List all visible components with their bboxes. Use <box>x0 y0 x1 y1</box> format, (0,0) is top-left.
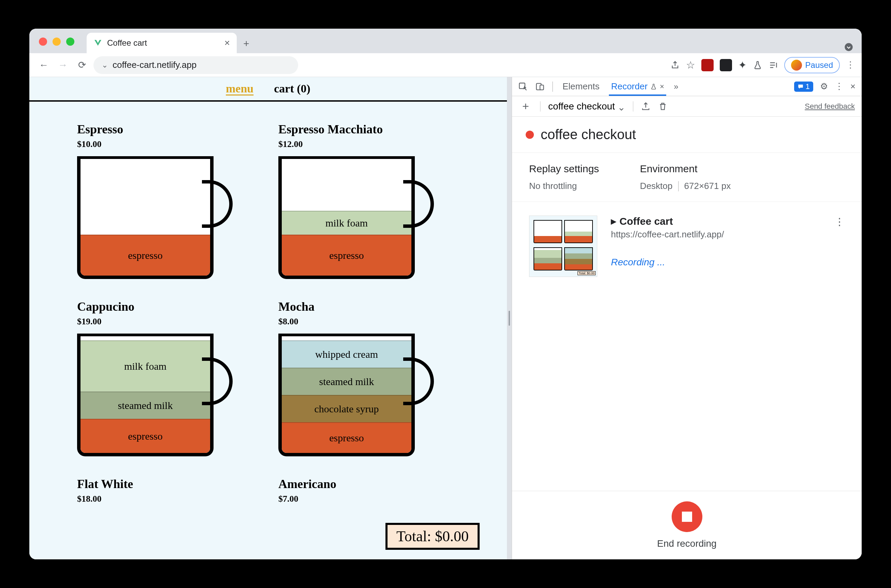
cup-layer: espresso <box>81 419 210 453</box>
product-name: Americano <box>278 477 459 491</box>
extension-icon[interactable] <box>701 59 714 71</box>
product-name: Mocha <box>278 300 459 314</box>
cup-illustration: milk foamsteamed milkespresso <box>77 334 234 463</box>
minimize-window-button[interactable] <box>52 38 61 46</box>
browser-tab[interactable]: Coffee cart × <box>87 33 237 53</box>
recording-title: coffee checkout <box>541 127 636 142</box>
expand-triangle-icon[interactable]: ▶ <box>611 217 616 225</box>
issues-chip[interactable]: 1 <box>794 81 813 92</box>
recording-settings: Replay settings No throttling Environmen… <box>512 153 862 202</box>
environment-settings: Environment Desktop 672×671 px <box>640 163 730 191</box>
more-tabs-icon[interactable]: » <box>674 82 678 92</box>
forward-button[interactable]: → <box>55 58 70 73</box>
extension-icon[interactable] <box>720 59 732 71</box>
product-name: Flat White <box>77 477 258 491</box>
product-price: $8.00 <box>278 316 459 327</box>
nav-cart-link[interactable]: cart (0) <box>274 82 310 95</box>
product-price: $19.00 <box>77 316 258 327</box>
reading-list-icon[interactable] <box>768 60 778 70</box>
end-recording-label: End recording <box>657 538 716 549</box>
tab-title: Coffee cart <box>107 38 220 48</box>
site-info-icon[interactable]: ⌄ <box>102 61 108 70</box>
device-toggle-icon[interactable] <box>535 82 545 92</box>
webpage: menu cart (0) Espresso$10.00espressoEspr… <box>29 77 507 560</box>
product-name: Espresso Macchiato <box>278 122 459 136</box>
product-card[interactable]: Mocha$8.00whipped creamsteamed milkchoco… <box>278 300 459 463</box>
back-button[interactable]: ← <box>36 58 51 73</box>
profile-paused-chip[interactable]: Paused <box>784 57 840 74</box>
total-badge[interactable]: Total: $0.00 <box>386 523 480 550</box>
address-bar[interactable]: ⌄ coffee-cart.netlify.app <box>93 56 298 74</box>
product-card[interactable]: Cappucino$19.00milk foamsteamed milkespr… <box>77 300 258 463</box>
close-tab-icon[interactable]: × <box>225 38 230 48</box>
devtools-splitter[interactable] <box>507 77 512 560</box>
divider <box>552 81 553 92</box>
cup-illustration: whipped creamsteamed milkchocolate syrup… <box>278 334 435 463</box>
chevron-down-icon[interactable] <box>844 42 854 52</box>
new-recording-button[interactable]: + <box>519 100 532 113</box>
tab-recorder-label: Recorder <box>611 81 648 92</box>
settings-gear-icon[interactable]: ⚙ <box>820 81 828 92</box>
tab-elements[interactable]: Elements <box>561 77 602 96</box>
recording-status: Recording ... <box>611 257 821 268</box>
page-nav: menu cart (0) <box>29 77 507 102</box>
step-info: ▶ Coffee cart https://coffee-cart.netlif… <box>611 216 821 268</box>
env-size: 672×671 px <box>684 181 731 191</box>
env-device: Desktop <box>640 181 672 191</box>
chat-icon <box>798 84 804 90</box>
step-title-row[interactable]: ▶ Coffee cart <box>611 216 821 227</box>
more-menu-icon[interactable]: ⋮ <box>835 81 844 92</box>
cup-layer: espresso <box>282 235 411 276</box>
cup-layer: milk foam <box>282 211 411 235</box>
product-price: $10.00 <box>77 139 258 149</box>
browser-window: Coffee cart × + ← → ⟳ ⌄ coffee-cart.netl… <box>29 28 862 560</box>
recorder-toolbar: + coffee checkout Send feedback <box>512 96 862 117</box>
flask-icon[interactable] <box>753 60 762 70</box>
product-price: $12.00 <box>278 139 459 149</box>
window-controls <box>39 38 74 46</box>
export-icon[interactable] <box>641 102 651 111</box>
send-feedback-link[interactable]: Send feedback <box>805 102 855 111</box>
product-card[interactable]: Espresso$10.00espresso <box>77 122 258 286</box>
stop-icon <box>682 512 692 522</box>
vue-favicon-icon <box>93 39 102 47</box>
product-name: Espresso <box>77 122 258 136</box>
replay-heading: Replay settings <box>529 163 599 175</box>
cup-layer: espresso <box>81 235 210 276</box>
product-price: $7.00 <box>278 494 459 504</box>
close-devtools-icon[interactable]: × <box>850 81 855 92</box>
extensions-puzzle-icon[interactable]: ✦ <box>738 59 747 71</box>
close-window-button[interactable] <box>39 38 47 46</box>
cup-layer: whipped cream <box>282 340 411 368</box>
cup-layer: espresso <box>282 422 411 453</box>
cup-layer: steamed milk <box>81 392 210 419</box>
cup-illustration: milk foamespresso <box>278 156 435 286</box>
end-recording-section: End recording <box>512 491 862 560</box>
browser-menu-icon[interactable]: ⋮ <box>846 60 855 70</box>
replay-settings[interactable]: Replay settings No throttling <box>529 163 599 191</box>
nav-menu-link[interactable]: menu <box>226 82 254 95</box>
close-tab-icon[interactable]: × <box>660 82 664 91</box>
tab-recorder[interactable]: Recorder × <box>609 77 666 96</box>
reload-button[interactable]: ⟳ <box>74 58 89 73</box>
recording-select[interactable]: coffee checkout <box>548 101 625 111</box>
stop-recording-button[interactable] <box>672 501 702 532</box>
record-indicator-icon <box>526 130 534 139</box>
env-heading: Environment <box>640 163 730 175</box>
product-card[interactable]: Espresso Macchiato$12.00milk foamespress… <box>278 122 459 286</box>
replay-value: No throttling <box>529 181 599 191</box>
maximize-window-button[interactable] <box>66 38 74 46</box>
delete-icon[interactable] <box>658 102 668 111</box>
bookmark-icon[interactable]: ☆ <box>686 59 695 71</box>
step-menu-icon[interactable]: ⋮ <box>834 216 844 228</box>
product-card[interactable]: Americano$7.00 <box>278 477 459 511</box>
share-icon[interactable] <box>670 60 680 70</box>
product-name: Cappucino <box>77 300 258 314</box>
browser-toolbar: ← → ⟳ ⌄ coffee-cart.netlify.app ☆ ✦ Paus… <box>29 53 862 77</box>
svg-point-0 <box>844 43 852 51</box>
product-card[interactable]: Flat White$18.00 <box>77 477 258 511</box>
divider <box>540 101 541 111</box>
new-tab-button[interactable]: + <box>237 34 256 53</box>
inspect-element-icon[interactable] <box>518 82 528 92</box>
recording-selector[interactable]: coffee checkout <box>548 101 625 111</box>
